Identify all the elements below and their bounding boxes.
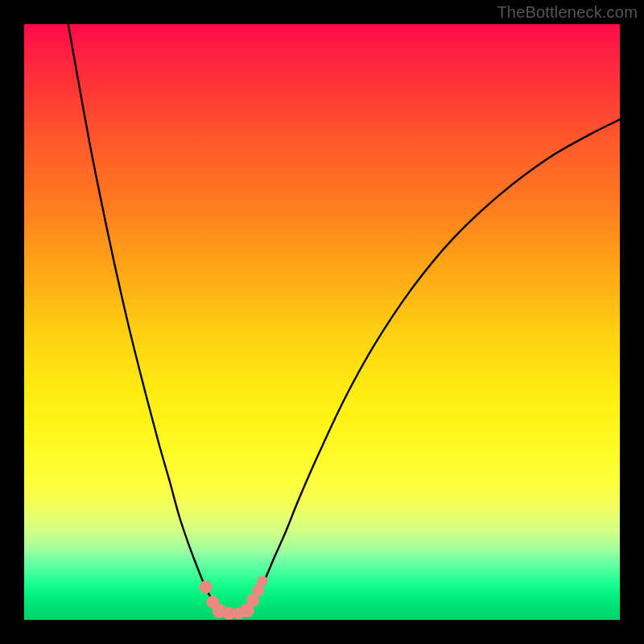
heat-gradient-background [24, 24, 620, 620]
plot-area [24, 24, 620, 620]
watermark-label: TheBottleneck.com [497, 3, 638, 22]
chart-frame: TheBottleneck.com [0, 0, 644, 644]
